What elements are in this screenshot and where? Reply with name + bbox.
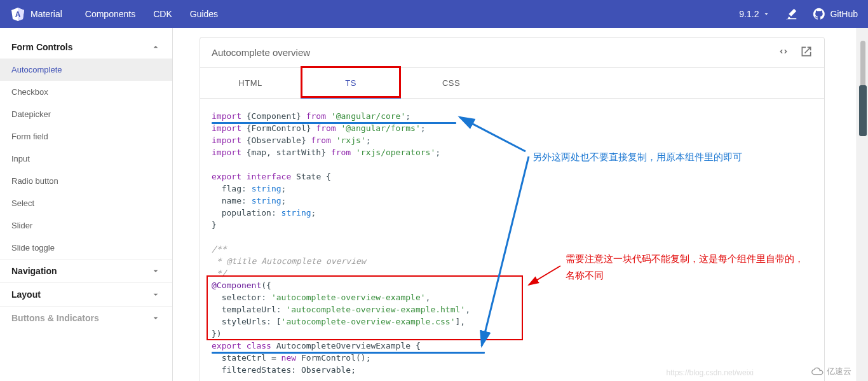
brand[interactable]: A Material	[10, 6, 62, 22]
svg-text:A: A	[15, 10, 21, 19]
scroll-position-indicator	[859, 85, 867, 136]
annotation-underline-2	[212, 352, 485, 354]
sidebar-item-datepicker[interactable]: Datepicker	[0, 103, 172, 125]
main: Autocomplete overview HTML TS CSS import…	[173, 28, 868, 381]
card-header: Autocomplete overview	[200, 38, 824, 68]
topbar-right: 9.1.2 GitHub	[739, 7, 858, 21]
github-icon	[812, 7, 826, 21]
sidebar-section-buttons-indicators[interactable]: Buttons & Indicators	[0, 307, 172, 329]
sidebar-item-input[interactable]: Input	[0, 148, 172, 170]
watermark-csdn: https://blog.csdn.net/weixi	[667, 368, 754, 377]
annotation-highlight-box	[207, 275, 523, 340]
open-external-icon[interactable]	[800, 45, 813, 60]
example-card: Autocomplete overview HTML TS CSS import…	[200, 37, 825, 381]
sidebar: Form Controls Autocomplete Checkbox Date…	[0, 28, 173, 381]
sidebar-scroll[interactable]: Form Controls Autocomplete Checkbox Date…	[0, 36, 172, 381]
card-title: Autocomplete overview	[212, 47, 310, 58]
cloud-icon	[810, 366, 824, 377]
tab-ts[interactable]: TS	[301, 68, 401, 98]
view-source-icon[interactable]	[777, 45, 790, 60]
nav-guides[interactable]: Guides	[190, 9, 218, 19]
nav-cdk[interactable]: CDK	[153, 9, 172, 19]
sidebar-item-slide-toggle[interactable]: Slide toggle	[0, 237, 172, 259]
chevron-up-icon	[151, 42, 161, 52]
version-label: 9.1.2	[739, 9, 759, 19]
code-tabs: HTML TS CSS	[200, 68, 824, 99]
watermark-yisu-label: 亿速云	[827, 366, 851, 377]
chevron-down-icon	[151, 266, 161, 276]
theme-icon[interactable]	[784, 7, 798, 21]
sidebar-section-navigation[interactable]: Navigation	[0, 260, 172, 282]
sidebar-item-form-field[interactable]: Form field	[0, 125, 172, 148]
sidebar-item-slider[interactable]: Slider	[0, 214, 172, 237]
version-selector[interactable]: 9.1.2	[739, 9, 770, 19]
sidebar-section-form-controls[interactable]: Form Controls	[0, 36, 172, 59]
annotation-text-red: 需要注意这一块代码不能复制，这是每个组件里自带的，名称不同	[566, 251, 807, 283]
sidebar-section-label: Layout	[11, 289, 41, 300]
github-label: GitHub	[830, 9, 858, 19]
sidebar-section-label: Buttons & Indicators	[11, 313, 99, 323]
tab-css[interactable]: CSS	[401, 68, 501, 98]
page-scrollbar[interactable]	[857, 28, 868, 381]
chevron-down-icon	[763, 10, 770, 18]
angular-logo-icon: A	[10, 6, 25, 22]
sidebar-item-radio-button[interactable]: Radio button	[0, 170, 172, 192]
chevron-down-icon	[151, 289, 161, 300]
nav-components[interactable]: Components	[85, 9, 135, 19]
sidebar-item-select[interactable]: Select	[0, 192, 172, 214]
brand-label: Material	[31, 9, 62, 19]
sidebar-item-checkbox[interactable]: Checkbox	[0, 81, 172, 103]
sidebar-section-layout[interactable]: Layout	[0, 283, 172, 306]
topnav: Components CDK Guides	[85, 9, 218, 19]
github-link[interactable]: GitHub	[812, 7, 858, 21]
watermark-yisu: 亿速云	[810, 366, 851, 377]
tab-html[interactable]: HTML	[200, 68, 301, 98]
sidebar-item-autocomplete[interactable]: Autocomplete	[0, 59, 172, 81]
chevron-down-icon	[151, 313, 161, 323]
sidebar-section-label: Form Controls	[11, 42, 72, 52]
annotation-underline-1	[212, 122, 456, 124]
sidebar-section-label: Navigation	[11, 266, 57, 276]
topbar: A Material Components CDK Guides 9.1.2 G…	[0, 0, 868, 28]
annotation-text-blue: 另外这两处也不要直接复制，用原本组件里的即可	[532, 149, 787, 165]
